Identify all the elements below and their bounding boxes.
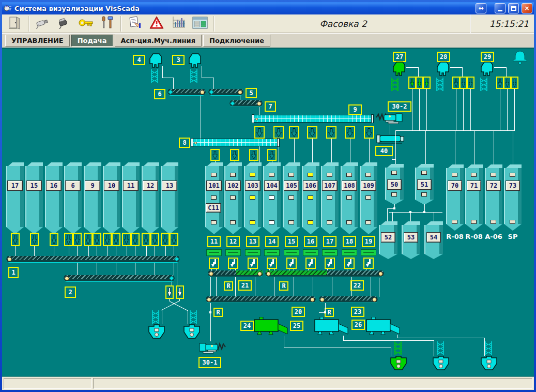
outlet-arrow[interactable] [230,149,239,161]
storage-silo-12[interactable] [142,166,159,227]
tag-24[interactable]: 24 [240,321,254,331]
tab-podkluchenie[interactable]: Подключение [203,35,270,47]
outlet-arrow[interactable] [210,149,220,161]
port-button[interactable] [53,16,75,32]
tag-12[interactable]: 12 [226,236,240,247]
outlet-arrow[interactable] [496,77,504,89]
outfeed-hopper-1[interactable] [390,356,407,370]
storage-silo-13[interactable] [161,166,178,227]
screw-feeder-30-2[interactable] [375,112,404,125]
conveyor-21[interactable] [208,270,263,277]
outlet-arrow[interactable] [408,77,416,89]
outlet-arrow[interactable] [93,233,101,246]
outlet-arrow[interactable] [84,233,93,246]
outlet-arrow[interactable] [112,233,120,246]
cyclone-3[interactable] [188,53,202,68]
tag-30-2[interactable]: 30-2 [388,101,411,112]
outlet-arrow[interactable] [165,285,174,299]
alarm-bell-icon[interactable] [513,51,527,65]
tag-4[interactable]: 4 [133,55,145,65]
outlet-arrow[interactable] [50,233,58,246]
storage-silo-17[interactable] [6,166,24,227]
storage-silo-11[interactable] [122,166,140,227]
tag-20[interactable]: 20 [292,307,305,317]
outlet-arrow[interactable] [131,233,140,246]
tag-6[interactable]: 6 [154,89,165,99]
screw-conveyor-9[interactable] [252,115,373,123]
rotary-blower-40[interactable] [376,134,404,144]
tag-11[interactable]: 11 [207,236,221,247]
tag-3[interactable]: 3 [172,55,185,65]
tag-1[interactable]: 1 [8,267,19,278]
exit-button[interactable] [4,16,26,32]
weigh-hopper-2[interactable] [183,324,200,339]
outlet-arrow[interactable] [289,126,299,139]
tag-2[interactable]: 2 [65,287,76,298]
outfeed-hopper-3[interactable] [481,356,497,370]
storage-silo-9[interactable] [84,166,101,227]
tab-aspiration-line[interactable]: Асп-ция.Муч.линия [115,35,202,47]
tag-5[interactable]: 5 [246,88,257,98]
outlet-arrow[interactable] [122,233,131,246]
cyclone-29[interactable] [480,61,494,77]
outlet-arrow[interactable] [161,233,170,246]
tag-R[interactable]: R [224,281,233,291]
tag-23[interactable]: 23 [351,307,364,317]
diverter-valve-14[interactable] [267,258,277,269]
screw-feeder-30-1[interactable] [197,341,226,355]
outlet-arrow[interactable] [267,149,277,161]
maximize-button[interactable] [508,3,519,13]
tag-18[interactable]: 18 [343,236,356,247]
reports-button[interactable] [189,16,211,32]
tag-29[interactable]: 29 [481,52,494,62]
tag-14[interactable]: 14 [265,236,279,247]
setup-button[interactable] [97,16,118,32]
tag-9[interactable]: 9 [348,104,362,115]
conveyor-20[interactable] [206,296,316,303]
diverter-valve-19[interactable] [363,258,374,269]
outlet-arrow[interactable] [503,77,511,89]
conveyor-5[interactable] [208,89,243,96]
screw-conveyor-8[interactable] [191,139,279,146]
tag-7[interactable]: 7 [265,101,276,112]
tag-16[interactable]: 16 [304,236,317,247]
cyclone-27[interactable] [392,61,406,77]
alarms-button[interactable] [146,16,167,32]
tab-podacha[interactable]: Подача [71,35,113,47]
diverter-valve-12[interactable] [228,258,238,269]
outlet-arrow[interactable] [326,126,336,139]
tag-17[interactable]: 17 [323,236,336,247]
diverter-valve-17[interactable] [325,258,335,269]
packer-26[interactable] [366,317,401,337]
outlet-arrow[interactable] [423,77,431,89]
diverter-valve-11[interactable] [209,258,219,269]
packer-25[interactable] [314,317,349,337]
tag-8[interactable]: 8 [179,138,190,148]
tag-15[interactable]: 15 [285,236,298,247]
packer-24[interactable] [254,317,289,337]
outlet-arrow[interactable] [30,233,39,246]
tag-25[interactable]: 25 [290,321,303,331]
cyclone-28[interactable] [436,61,450,77]
tag-R[interactable]: R [279,281,288,291]
outlet-arrow[interactable] [150,233,159,246]
conveyor-6[interactable] [167,89,206,96]
outlet-arrow[interactable] [460,77,467,89]
close-button[interactable]: × [522,3,532,13]
diverter-valve-15[interactable] [286,258,297,269]
conveyor-1[interactable] [6,256,180,263]
outlet-arrow[interactable] [176,285,184,299]
tag-28[interactable]: 28 [437,52,450,62]
tag-27[interactable]: 27 [393,52,406,62]
trends-button[interactable] [167,16,189,32]
outlet-arrow[interactable] [345,126,355,139]
outlet-arrow[interactable] [64,233,73,246]
minimize-button[interactable] [495,3,506,13]
outlet-arrow[interactable] [249,149,258,161]
outlet-arrow[interactable] [170,233,178,246]
weigh-hopper-1[interactable] [148,324,165,339]
title-bar[interactable]: Система визуализации VisScada ↔ × [2,2,534,14]
restore-button[interactable]: ↔ [476,3,486,13]
outlet-arrow[interactable] [307,126,317,139]
tag-40[interactable]: 40 [375,146,393,156]
